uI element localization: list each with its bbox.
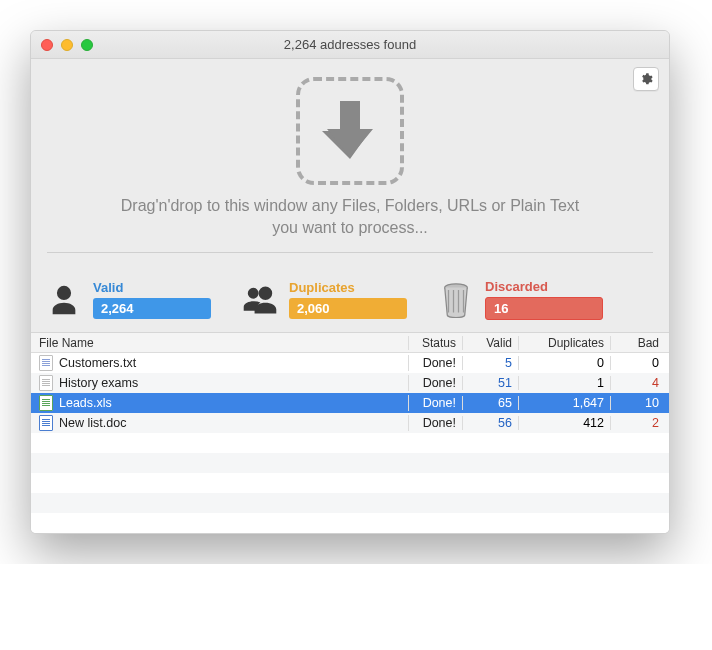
- table-row: [31, 433, 669, 453]
- file-name: History exams: [59, 376, 138, 390]
- table-row[interactable]: Leads.xlsDone!651,64710: [31, 393, 669, 413]
- cell-dup: 0: [519, 356, 611, 370]
- stat-duplicates: Duplicates 2,060: [241, 279, 407, 320]
- cell-status: Done!: [409, 376, 463, 390]
- file-icon: [39, 375, 53, 391]
- col-valid[interactable]: Valid: [463, 336, 519, 350]
- minimize-icon[interactable]: [61, 39, 73, 51]
- col-name[interactable]: File Name: [31, 336, 409, 350]
- cell-valid: 5: [463, 356, 519, 370]
- cell-dup: 412: [519, 416, 611, 430]
- table-empty-rows: [31, 433, 669, 533]
- close-icon[interactable]: [41, 39, 53, 51]
- people-icon: [241, 281, 279, 319]
- cell-valid: 56: [463, 416, 519, 430]
- table-row: [31, 473, 669, 493]
- trash-icon: [437, 281, 475, 319]
- titlebar[interactable]: 2,264 addresses found: [31, 31, 669, 59]
- file-icon: [39, 355, 53, 371]
- cell-valid: 65: [463, 396, 519, 410]
- table-row: [31, 513, 669, 533]
- traffic-lights: [41, 39, 93, 51]
- divider: [47, 252, 653, 253]
- file-icon: [39, 395, 53, 411]
- drop-zone[interactable]: Drag'n'drop to this window any Files, Fo…: [31, 59, 669, 269]
- cell-bad: 4: [611, 376, 669, 390]
- table-body: Customers.txtDone!500History examsDone!5…: [31, 353, 669, 433]
- cell-status: Done!: [409, 356, 463, 370]
- stat-dup-count: 2,060: [289, 298, 407, 319]
- stat-disc-label: Discarded: [485, 279, 603, 294]
- table-row[interactable]: Customers.txtDone!500: [31, 353, 669, 373]
- stat-valid-count: 2,264: [93, 298, 211, 319]
- drop-hint: Drag'n'drop to this window any Files, Fo…: [110, 195, 590, 238]
- window-title: 2,264 addresses found: [284, 37, 416, 52]
- cell-status: Done!: [409, 396, 463, 410]
- drop-target[interactable]: [296, 77, 404, 185]
- gear-icon: [639, 72, 653, 86]
- app-window: 2,264 addresses found Drag'n'drop to thi…: [30, 30, 670, 534]
- table-header[interactable]: File Name Status Valid Duplicates Bad: [31, 333, 669, 353]
- file-name: Leads.xls: [59, 396, 112, 410]
- stat-discarded: Discarded 16: [437, 279, 603, 320]
- stat-dup-label: Duplicates: [289, 280, 407, 295]
- zoom-icon[interactable]: [81, 39, 93, 51]
- file-name: Customers.txt: [59, 356, 136, 370]
- cell-valid: 51: [463, 376, 519, 390]
- cell-dup: 1: [519, 376, 611, 390]
- file-table: File Name Status Valid Duplicates Bad Cu…: [31, 333, 669, 533]
- cell-bad: 2: [611, 416, 669, 430]
- cell-status: Done!: [409, 416, 463, 430]
- col-bad[interactable]: Bad: [611, 336, 669, 350]
- table-row: [31, 453, 669, 473]
- stat-disc-count: 16: [485, 297, 603, 320]
- file-name: New list.doc: [59, 416, 126, 430]
- stat-valid: Valid 2,264: [45, 279, 211, 320]
- cell-bad: 10: [611, 396, 669, 410]
- table-row[interactable]: New list.docDone!564122: [31, 413, 669, 433]
- settings-button[interactable]: [633, 67, 659, 91]
- download-arrow-icon: [322, 99, 378, 163]
- person-icon: [45, 281, 83, 319]
- cell-bad: 0: [611, 356, 669, 370]
- table-row: [31, 493, 669, 513]
- file-icon: [39, 415, 53, 431]
- table-row[interactable]: History examsDone!5114: [31, 373, 669, 393]
- col-status[interactable]: Status: [409, 336, 463, 350]
- cell-dup: 1,647: [519, 396, 611, 410]
- col-dup[interactable]: Duplicates: [519, 336, 611, 350]
- stat-valid-label: Valid: [93, 280, 211, 295]
- stats-bar: Valid 2,264 Duplicates 2,060 Dis: [31, 269, 669, 333]
